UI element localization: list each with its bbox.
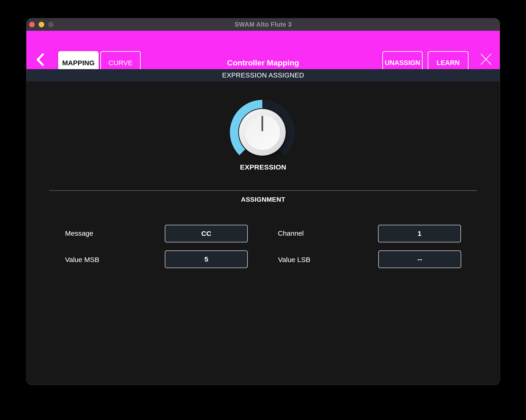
section-divider xyxy=(49,190,477,191)
value-lsb-label: Value LSB xyxy=(278,255,311,264)
value-lsb-field[interactable]: -- xyxy=(378,251,461,268)
app-window: SWAM Alto Flute 3 BACK MAPPING CURVE Con… xyxy=(26,18,500,385)
traffic-lights xyxy=(29,18,54,31)
channel-label: Channel xyxy=(278,229,304,238)
knob-label: EXPRESSION xyxy=(26,163,500,171)
message-field[interactable]: CC xyxy=(165,225,248,242)
minimize-window-button[interactable] xyxy=(39,22,44,27)
status-text: EXPRESSION ASSIGNED xyxy=(222,71,304,79)
window-title: SWAM Alto Flute 3 xyxy=(235,21,292,28)
close-icon[interactable] xyxy=(480,53,492,65)
header: BACK MAPPING CURVE Controller Mapping UN… xyxy=(26,31,500,69)
titlebar: SWAM Alto Flute 3 xyxy=(26,18,500,31)
value-msb-label: Value MSB xyxy=(65,255,99,264)
status-bar: EXPRESSION ASSIGNED xyxy=(26,69,500,81)
zoom-window-button xyxy=(48,22,54,27)
message-label: Message xyxy=(65,229,93,238)
expression-knob[interactable] xyxy=(228,98,297,167)
assignment-section-title: ASSIGNMENT xyxy=(26,196,500,203)
value-msb-field[interactable]: 5 xyxy=(165,251,248,268)
channel-field[interactable]: 1 xyxy=(378,225,461,242)
close-window-button[interactable] xyxy=(29,22,35,27)
